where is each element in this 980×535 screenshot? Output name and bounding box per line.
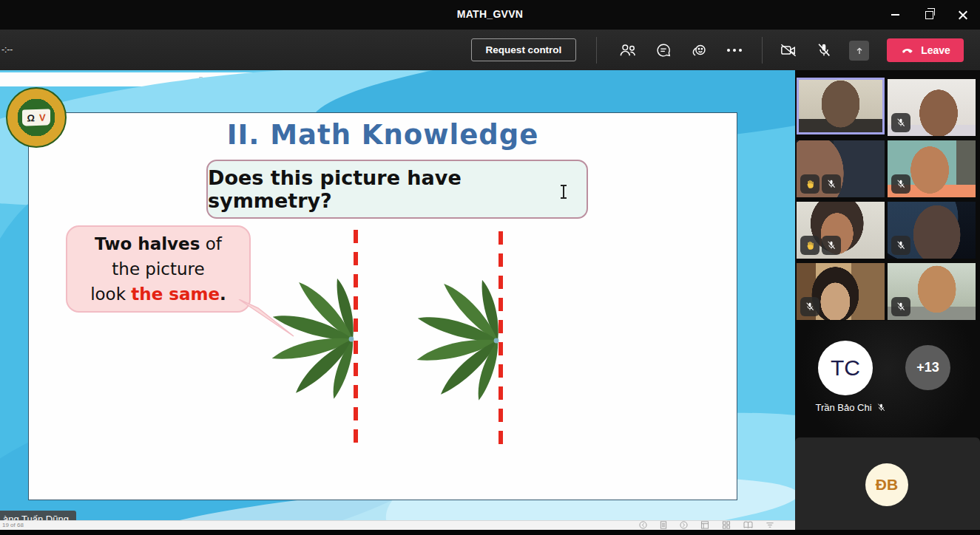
participant-avatar-tc[interactable]: TC [818, 341, 873, 395]
participants-sidebar: TC +13 Trần Bảo Chi ĐB [795, 70, 980, 530]
participants-icon [618, 42, 638, 58]
participant-avatar-db[interactable]: ĐB [865, 463, 908, 506]
muted-badge [891, 174, 910, 194]
restore-icon [925, 11, 933, 19]
more-icon [727, 49, 742, 52]
camera-off-icon [779, 42, 798, 58]
mic-toggle-button[interactable] [814, 40, 834, 61]
slide-sorter-icon[interactable] [722, 521, 731, 529]
text-cursor [563, 185, 564, 198]
mic-off-icon [896, 117, 906, 128]
bubble-line-3: look the same. [90, 282, 226, 307]
mic-off-icon [876, 403, 886, 412]
video-tile-student[interactable] [797, 140, 885, 197]
slide-counter: 19 of 68 [2, 522, 24, 528]
bottom-strip [0, 530, 980, 535]
bubble-line-1: Two halves of [95, 231, 222, 256]
toolbar-divider [762, 37, 763, 64]
video-tile-student[interactable] [797, 202, 885, 259]
leaf-figure-right [405, 248, 502, 434]
muted-badge [891, 297, 910, 316]
previous-slide-icon[interactable] [639, 521, 647, 529]
reading-view-icon[interactable] [743, 521, 753, 529]
chat-button[interactable] [653, 40, 674, 61]
mic-off-icon [896, 301, 906, 312]
mic-off-icon [826, 240, 837, 251]
symmetry-line-left [354, 230, 358, 449]
speech-bubble: Two halves of the picture look the same. [66, 225, 251, 313]
bubble-line-2: the picture [112, 256, 204, 282]
muted-badge [822, 174, 841, 194]
share-up-icon [854, 45, 865, 57]
question-box: Does this picture have symmetry? [206, 160, 588, 219]
avatar-panel: ĐB [795, 437, 980, 530]
muted-badge [891, 236, 910, 255]
leave-label: Leave [921, 44, 950, 56]
video-tile-student[interactable] [888, 202, 976, 259]
close-icon [959, 10, 967, 19]
notes-icon[interactable] [660, 521, 667, 529]
muted-badge [800, 297, 820, 316]
meeting-toolbar: -:-- Request control [0, 30, 980, 70]
ppt-statusbar-icons [639, 521, 774, 529]
leave-phone-icon [900, 43, 915, 58]
next-slide-icon[interactable] [680, 521, 688, 529]
leave-button[interactable]: Leave [887, 38, 964, 62]
participants-button[interactable] [618, 40, 638, 61]
logo-book-icon: Ω V [22, 109, 50, 126]
more-options-button[interactable] [724, 40, 745, 61]
zoom-lines-icon[interactable] [766, 521, 774, 529]
mic-off-icon [896, 240, 906, 251]
video-tile-teacher[interactable] [797, 78, 885, 134]
video-tile-student[interactable] [888, 79, 976, 136]
participant-name: Trần Bảo Chi [815, 402, 871, 413]
raised-hand-badge [800, 236, 820, 255]
mic-off-icon [805, 301, 815, 312]
request-control-button[interactable]: Request control [471, 38, 576, 61]
minimize-icon [891, 14, 899, 16]
slide-title: II. Math Knowledge [29, 119, 737, 151]
symmetry-line-right [499, 231, 503, 447]
camera-toggle-button[interactable] [778, 40, 799, 61]
teams-meeting-window: MATH_GVVN -:-- Request control [0, 0, 980, 535]
logo-omega: Ω [27, 112, 34, 123]
mic-off-icon [816, 42, 832, 58]
school-logo: Ω V [6, 87, 67, 148]
chat-icon [655, 42, 672, 58]
share-tray-button[interactable] [849, 41, 869, 61]
avatar-row: TC +13 Trần Bảo Chi [795, 321, 980, 437]
minimize-button[interactable] [878, 0, 912, 30]
meeting-timer: -:-- [1, 44, 13, 55]
muted-badge [891, 113, 910, 132]
raised-hand-badge [800, 174, 820, 194]
reactions-button[interactable] [689, 40, 709, 61]
raised-hand-icon [805, 179, 816, 190]
raised-hand-icon [805, 240, 816, 251]
meeting-title: MATH_GVVN [0, 8, 980, 20]
shared-screen: PowerPoint Slide Show - [Math_G3_PPT_Sum… [0, 70, 795, 530]
muted-badge [822, 236, 841, 255]
video-tile-student[interactable] [797, 263, 885, 320]
window-titlebar: MATH_GVVN [0, 0, 980, 30]
participant-name-label: Trần Bảo Chi [795, 402, 906, 413]
mic-off-icon [896, 179, 906, 189]
video-tile-student[interactable] [888, 140, 976, 197]
video-tile-student[interactable] [888, 263, 976, 320]
mic-off-icon [826, 179, 837, 189]
question-text: Does this picture have symmetry? [208, 166, 587, 212]
raise-hand-reactions-icon [691, 42, 708, 59]
close-button[interactable] [946, 0, 980, 30]
leaf-figure-left [260, 246, 357, 432]
slide-content-panel: II. Math Knowledge Does this picture hav… [28, 112, 737, 500]
logo-v: V [39, 112, 46, 123]
restore-button[interactable] [912, 0, 946, 30]
normal-view-icon[interactable] [700, 521, 709, 529]
overflow-participants-badge[interactable]: +13 [905, 345, 950, 390]
toolbar-divider [596, 37, 597, 64]
